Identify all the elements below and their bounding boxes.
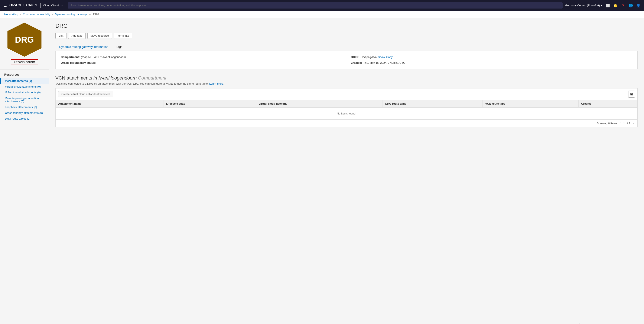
sidebar-link-ipsec-tunnel[interactable]: IPSec tunnel attachments (0) bbox=[0, 90, 49, 95]
breadcrumb-current: DRG bbox=[93, 13, 99, 16]
search-input[interactable] bbox=[68, 2, 562, 8]
oracle-logo: ORACLE Cloud bbox=[10, 4, 37, 7]
help-icon[interactable]: ❓ bbox=[621, 4, 625, 8]
col-attachment-name: Attachment name bbox=[56, 100, 164, 108]
ocid-copy-link[interactable]: Copy bbox=[386, 56, 392, 58]
user-avatar[interactable]: 👤 bbox=[636, 4, 640, 8]
vcn-desc-text: VCNs are connected to a DRG by an attach… bbox=[56, 82, 208, 85]
ocid-row: OCID: ...vxqqcgvkka Show Copy bbox=[351, 56, 632, 58]
region-dropdown-icon: ▾ bbox=[601, 4, 602, 7]
sidebar-link-loopback[interactable]: Loopback attachments (0) bbox=[0, 104, 49, 110]
col-lifecycle-state: Lifecycle state bbox=[164, 100, 256, 108]
tab-tags[interactable]: Tags bbox=[112, 43, 126, 51]
breadcrumb-dynamic-routing-gateways[interactable]: Dynamic routing gateways bbox=[55, 13, 87, 16]
sidebar-item-cross-tenancy[interactable]: Cross-tenancy attachments (0) bbox=[0, 110, 49, 116]
notifications-icon[interactable]: 🔔 bbox=[613, 4, 618, 8]
sidebar-item-drg-route-tables[interactable]: DRG route tables (2) bbox=[0, 116, 49, 122]
sidebar-link-remote-peering[interactable]: Remote peering connection attachments (0… bbox=[0, 95, 49, 104]
breadcrumb-sep3: » bbox=[89, 13, 92, 16]
cloud-shell-icon[interactable]: ⬜ bbox=[606, 4, 610, 8]
ocid-label: OCID: bbox=[351, 56, 359, 58]
sidebar-item-ipsec-tunnel[interactable]: IPSec tunnel attachments (0) bbox=[0, 90, 49, 95]
vcn-attachments-table: Attachment name Lifecycle state Virtual … bbox=[56, 100, 638, 119]
breadcrumb-networking[interactable]: Networking bbox=[4, 13, 18, 16]
ocid-value: ...vxqqcgvkka bbox=[360, 56, 377, 58]
table-settings-icon[interactable]: ⊞ bbox=[628, 90, 635, 98]
ocid-show-link[interactable]: Show bbox=[378, 56, 385, 58]
created-value: Thu, May 16, 2024, 07:28:51 UTC bbox=[363, 61, 405, 64]
left-sidebar: DRG PROVISIONING Resources VCN attachmen… bbox=[0, 18, 49, 321]
drg-icon-container: DRG PROVISIONING bbox=[0, 22, 49, 69]
table-header-row: Attachment name Lifecycle state Virtual … bbox=[56, 100, 638, 108]
sidebar-item-loopback[interactable]: Loopback attachments (0) bbox=[0, 104, 49, 110]
oracle-redundancy-label: Oracle redundancy status: bbox=[61, 61, 96, 64]
col-created: Created bbox=[578, 100, 638, 108]
cloud-classic-button[interactable]: Cloud Classic > bbox=[40, 3, 65, 8]
created-row: Created: Thu, May 16, 2024, 07:28:51 UTC bbox=[351, 61, 632, 64]
breadcrumb-sep1: » bbox=[20, 13, 22, 16]
col-virtual-cloud-network: Virtual cloud network bbox=[256, 100, 382, 108]
sidebar-link-virtual-circuit[interactable]: Virtual circuit attachments (0) bbox=[0, 84, 49, 90]
sidebar-link-vcn-attachments[interactable]: VCN attachments (0) bbox=[0, 78, 49, 84]
vcn-title-start: VCN attachments bbox=[56, 75, 92, 80]
move-resource-button[interactable]: Move resource bbox=[87, 32, 112, 39]
region-selector[interactable]: Germany Central (Frankfurt) ▾ bbox=[565, 4, 602, 7]
drg-hexagon-icon: DRG bbox=[8, 22, 42, 57]
region-label: Germany Central (Frankfurt) bbox=[565, 4, 600, 7]
showing-items-label: Showing 0 items bbox=[597, 122, 617, 125]
table-toolbar: Create virtual cloud network attachment … bbox=[56, 88, 638, 100]
vcn-compartment-name: IwanHoogendoorn bbox=[98, 75, 137, 80]
vcn-attachments-table-container: Create virtual cloud network attachment … bbox=[56, 88, 638, 127]
vcn-section-title: VCN attachments in IwanHoogendoorn Compa… bbox=[56, 75, 638, 81]
breadcrumb-customer-connectivity[interactable]: Customer connectivity bbox=[23, 13, 50, 16]
oracle-cloud-text: Cloud bbox=[26, 4, 37, 7]
main-layout: DRG PROVISIONING Resources VCN attachmen… bbox=[0, 18, 644, 321]
edit-button[interactable]: Edit bbox=[56, 32, 66, 39]
vcn-title-in: in bbox=[94, 75, 97, 80]
sidebar-item-vcn-attachments[interactable]: VCN attachments (0) bbox=[0, 78, 49, 84]
content-area: DRG Edit Add tags Move resource Terminat… bbox=[49, 18, 644, 321]
tab-drg-info[interactable]: Dynamic routing gateway information bbox=[56, 43, 112, 51]
action-buttons-group: Edit Add tags Move resource Terminate bbox=[56, 32, 638, 39]
col-vcn-route-type: VCN route type bbox=[483, 100, 578, 108]
drg-info-panel: Compartment: (root)/NETWORK/IwanHoogendo… bbox=[56, 51, 638, 69]
add-tags-button[interactable]: Add tags bbox=[68, 32, 86, 39]
page-footer: Terms of Use and Privacy | Cookie Prefer… bbox=[0, 321, 644, 324]
compartment-row: Compartment: (root)/NETWORK/IwanHoogendo… bbox=[61, 56, 342, 58]
vcn-compartment-label: Compartment bbox=[138, 75, 166, 80]
oracle-logo-text: ORACLE bbox=[10, 4, 25, 7]
language-icon[interactable]: 🌐 bbox=[629, 4, 633, 8]
hamburger-icon[interactable]: ☰ bbox=[4, 3, 7, 8]
oracle-redundancy-row: Oracle redundancy status: — bbox=[61, 61, 342, 64]
info-grid: Compartment: (root)/NETWORK/IwanHoogendo… bbox=[61, 56, 632, 64]
resources-title: Resources bbox=[0, 69, 49, 78]
vcn-learn-more-link[interactable]: Learn more bbox=[209, 82, 223, 85]
col-drg-route-table: DRG route table bbox=[382, 100, 482, 108]
terminate-button[interactable]: Terminate bbox=[114, 32, 132, 39]
table-no-items-row: No items found. bbox=[56, 108, 638, 120]
sidebar-link-cross-tenancy[interactable]: Cross-tenancy attachments (0) bbox=[0, 110, 49, 116]
pagination-next-button[interactable]: › bbox=[632, 121, 635, 125]
table-footer: Showing 0 items ‹ 1 of 1 › bbox=[56, 119, 638, 127]
vcn-section-description: VCNs are connected to a DRG by an attach… bbox=[56, 82, 638, 85]
nav-icons-group: Germany Central (Frankfurt) ▾ ⬜ 🔔 ❓ 🌐 👤 bbox=[565, 4, 640, 8]
provisioning-badge: PROVISIONING bbox=[11, 59, 38, 65]
pagination-info: 1 of 1 bbox=[623, 122, 630, 125]
sidebar-item-remote-peering[interactable]: Remote peering connection attachments (0… bbox=[0, 95, 49, 104]
compartment-label: Compartment: bbox=[61, 56, 80, 58]
create-vcn-attachment-button[interactable]: Create virtual cloud network attachment bbox=[58, 91, 113, 97]
compartment-value: (root)/NETWORK/IwanHoogendoorn bbox=[81, 56, 126, 58]
top-navigation: ☰ ORACLE Cloud Cloud Classic > Germany C… bbox=[0, 0, 644, 11]
page-title: DRG bbox=[56, 22, 638, 29]
oracle-redundancy-value: — bbox=[97, 61, 100, 64]
tabs-container: Dynamic routing gateway information Tags bbox=[56, 43, 638, 51]
no-items-message: No items found. bbox=[56, 108, 638, 120]
sidebar-link-drg-route-tables[interactable]: DRG route tables (2) bbox=[0, 116, 49, 122]
sidebar-navigation: VCN attachments (0) Virtual circuit atta… bbox=[0, 78, 49, 122]
breadcrumb-sep2: » bbox=[52, 13, 54, 16]
created-label: Created: bbox=[351, 61, 362, 64]
pagination-prev-button[interactable]: ‹ bbox=[619, 121, 622, 125]
drg-hex-label: DRG bbox=[15, 35, 34, 44]
sidebar-item-virtual-circuit[interactable]: Virtual circuit attachments (0) bbox=[0, 84, 49, 90]
breadcrumb: Networking » Customer connectivity » Dyn… bbox=[0, 11, 644, 18]
